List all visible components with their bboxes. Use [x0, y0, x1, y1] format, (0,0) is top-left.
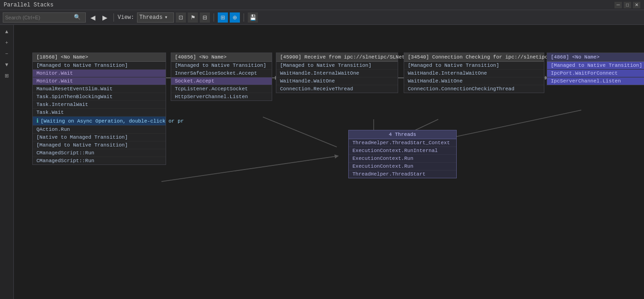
- table-row[interactable]: [Managed to Native Transition]: [276, 62, 398, 70]
- table-row[interactable]: Connection.ReceiveThread: [276, 85, 398, 93]
- table-row[interactable]: Monitor.Wait: [33, 70, 166, 77]
- table-row[interactable]: CManagedScript::Run: [33, 157, 166, 164]
- toggle1-button[interactable]: ⊞: [218, 12, 228, 23]
- close-button[interactable]: ✕: [633, 2, 640, 8]
- threads-node[interactable]: 4 Threads ThreadHelper.ThreadStart_Conte…: [348, 130, 457, 178]
- left-gutter: ▲ + − ▼ ⊞: [0, 25, 14, 299]
- table-row[interactable]: [Managed to Native Transition]: [171, 62, 272, 70]
- table-row[interactable]: [Managed to Native Transition]: [33, 62, 166, 70]
- window-controls: ─ □ ✕: [614, 2, 640, 8]
- table-row[interactable]: Task.SpinThenBlockingWait: [33, 93, 166, 101]
- svg-line-1: [263, 117, 337, 147]
- table-row[interactable]: Task.InternalWait: [33, 101, 166, 109]
- node-45900[interactable]: [45900] Receive from ipc://slnetipc/SLNe…: [276, 53, 398, 93]
- node-34540[interactable]: [34540] Connection Checking for ipc://sl…: [404, 53, 544, 93]
- forward-button[interactable]: ▶: [100, 12, 110, 23]
- zoom-out-button[interactable]: −: [2, 49, 12, 58]
- table-row[interactable]: [Native to Managed Transition]: [33, 134, 166, 141]
- fit-button[interactable]: ⊞: [2, 71, 12, 80]
- table-row[interactable]: WaitHandle.WaitOne: [276, 77, 398, 85]
- main-area: ▲ + − ▼ ⊞: [0, 25, 644, 299]
- view-dropdown[interactable]: Threads ▾: [137, 12, 174, 23]
- table-row[interactable]: QAction.Run: [33, 126, 166, 134]
- table-row[interactable]: ExecutionContext.RunInternal: [349, 147, 456, 155]
- scroll-down-button[interactable]: ▼: [2, 60, 12, 69]
- table-row[interactable]: ExecutionContext.Run: [349, 163, 456, 170]
- node-18568[interactable]: [18568] <No Name> [Managed to Native Tra…: [32, 53, 166, 165]
- table-row[interactable]: ExecutionContext.Run: [349, 155, 456, 163]
- info-text: [Waiting on Async Operation, double-clic…: [41, 118, 184, 124]
- separator-1: [113, 13, 114, 22]
- table-row[interactable]: HttpServerChannel.Listen: [171, 93, 272, 100]
- table-row[interactable]: Connection.ConnectionCheckingThread: [404, 85, 544, 93]
- table-row[interactable]: ThreadHelper.ThreadStart: [349, 170, 456, 178]
- table-row[interactable]: Socket.Accept: [171, 77, 272, 85]
- svg-line-0: [161, 156, 337, 182]
- node-45900-header: [45900] Receive from ipc://slnetipc/SLNe…: [276, 53, 398, 62]
- toolbar: 🔍 ◀ ▶ View: Threads ▾ ⊡ ⚑ ⊟ ⊞ ⊕ 💾: [0, 10, 644, 25]
- table-row[interactable]: Task.Wait: [33, 109, 166, 117]
- table-row[interactable]: CManagedScript::Run: [33, 149, 166, 157]
- table-row[interactable]: Monitor.Wait: [33, 77, 166, 85]
- table-row[interactable]: IpcPort.WaitForConnect: [547, 70, 644, 77]
- node-18568-header: [18568] <No Name>: [33, 53, 166, 62]
- table-row[interactable]: ManualResetEventSlim.Wait: [33, 85, 166, 93]
- table-row[interactable]: [Managed to Native Transition]: [404, 62, 544, 70]
- table-row[interactable]: WaitHandle.InternalWaitOne: [276, 70, 398, 77]
- table-row[interactable]: [Managed to Native Transition]: [33, 141, 166, 149]
- table-row[interactable]: IpcServerChannel.Listen: [547, 77, 644, 85]
- table-row[interactable]: WaitHandle.InternalWaitOne: [404, 70, 544, 77]
- node-4868-header: [4868] <No Name>: [547, 53, 644, 62]
- table-row[interactable]: InnerSafeCloseSocket.Accept: [171, 70, 272, 77]
- view-label: View:: [118, 14, 134, 21]
- toggle2-button[interactable]: ⊕: [230, 12, 240, 23]
- flag-button[interactable]: ⚑: [188, 12, 198, 23]
- back-button[interactable]: ◀: [88, 12, 98, 23]
- search-input[interactable]: [3, 15, 72, 20]
- canvas-area[interactable]: [18568] <No Name> [Managed to Native Tra…: [14, 25, 644, 299]
- zoom-in-button[interactable]: +: [2, 38, 12, 47]
- separator-3: [244, 13, 244, 22]
- search-icon[interactable]: 🔍: [72, 13, 82, 22]
- node-40856-header: [40856] <No Name>: [171, 53, 272, 62]
- node-40856[interactable]: [40856] <No Name> [Managed to Native Tra…: [171, 53, 272, 101]
- dropdown-arrow: ▾: [164, 14, 167, 21]
- minimize-button[interactable]: ─: [614, 2, 622, 8]
- view-selected: Threads: [139, 14, 162, 21]
- table-row[interactable]: ThreadHelper.ThreadStart_Context: [349, 139, 456, 147]
- info-icon: ℹ: [36, 117, 39, 124]
- split-button[interactable]: ⊟: [200, 12, 210, 23]
- search-box[interactable]: 🔍: [3, 12, 86, 23]
- restore-button[interactable]: □: [624, 2, 631, 8]
- table-row[interactable]: WaitHandle.WaitOne: [404, 77, 544, 85]
- node-34540-header: [34540] Connection Checking for ipc://sl…: [404, 53, 544, 62]
- title-bar: Parallel Stacks ─ □ ✕: [0, 0, 644, 10]
- table-row[interactable]: [Managed to Native Transition]: [547, 62, 644, 70]
- scroll-up-button[interactable]: ▲: [2, 27, 12, 36]
- separator-2: [214, 13, 214, 22]
- filter-button[interactable]: ⊡: [176, 12, 186, 23]
- window-title: Parallel Stacks: [4, 2, 54, 8]
- node-4868[interactable]: [4868] <No Name> [Managed to Native Tran…: [547, 53, 644, 85]
- table-row[interactable]: ℹ [Waiting on Async Operation, double-cl…: [33, 117, 166, 126]
- threads-header: 4 Threads: [349, 130, 456, 139]
- table-row[interactable]: TcpListener.AcceptSocket: [171, 85, 272, 93]
- save-button[interactable]: 💾: [248, 12, 258, 23]
